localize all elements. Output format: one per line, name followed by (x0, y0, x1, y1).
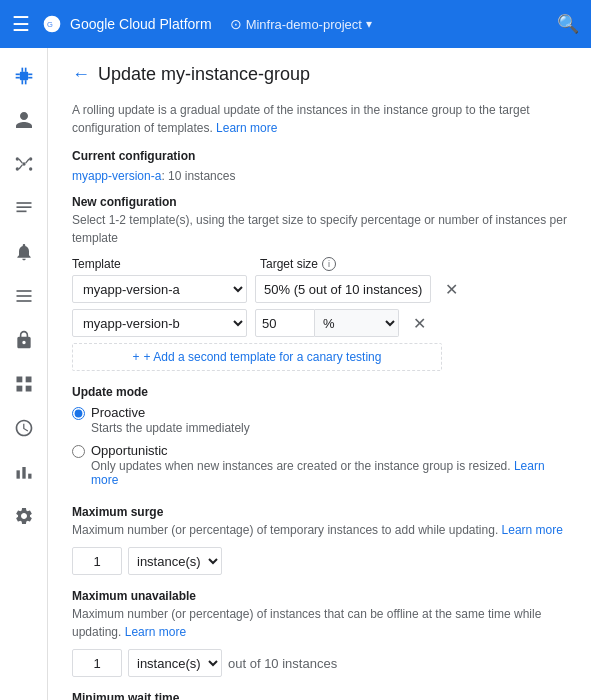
row2-target-input-group: % instances (255, 309, 399, 337)
top-nav: ☰ G Google Cloud Platform ⊙ Minfra-demo-… (0, 0, 591, 48)
main-content: ← Update my-instance-group A rolling upd… (48, 48, 591, 700)
project-selector[interactable]: ⊙ Minfra-demo-project ▾ (230, 16, 372, 32)
project-icon: ⊙ (230, 16, 242, 32)
search-icon: 🔍 (557, 14, 579, 34)
page-description: A rolling update is a gradual update of … (72, 101, 567, 137)
proactive-label[interactable]: Proactive (91, 405, 145, 420)
target-size-col-header: Target size i (260, 257, 336, 271)
remove-row1-button[interactable]: ✕ (443, 278, 460, 301)
svg-rect-28 (25, 386, 31, 392)
new-config-desc: Select 1-2 template(s), using the target… (72, 211, 567, 247)
opportunistic-radio[interactable] (72, 445, 85, 458)
svg-rect-9 (28, 74, 32, 76)
network-icon (14, 154, 34, 174)
row1-target-display: 50% (5 out of 10 instances) (255, 275, 431, 303)
template-row-1: myapp-version-a 50% (5 out of 10 instanc… (72, 275, 567, 303)
template-1-select[interactable]: myapp-version-a (72, 275, 247, 303)
sidebar-item-alerts[interactable] (4, 232, 44, 272)
search-button[interactable]: 🔍 (557, 13, 579, 35)
svg-point-13 (29, 157, 32, 160)
row2-target-number-input[interactable] (255, 309, 315, 337)
clock-icon (14, 418, 34, 438)
bell-icon (14, 242, 34, 262)
sidebar-item-grid[interactable] (4, 364, 44, 404)
min-wait-label: Minimum wait time (72, 691, 567, 700)
sidebar-item-lock[interactable] (4, 320, 44, 360)
svg-rect-27 (16, 386, 22, 392)
max-surge-input-row: instance(s)% (72, 547, 567, 575)
description-learn-more-link[interactable]: Learn more (216, 121, 277, 135)
template-col-header: Template (72, 257, 252, 271)
svg-point-11 (22, 162, 25, 165)
svg-rect-29 (16, 470, 19, 478)
target-size-info-icon[interactable]: i (322, 257, 336, 271)
max-surge-unit-select[interactable]: instance(s)% (128, 547, 222, 575)
max-surge-learn-more-link[interactable]: Learn more (502, 523, 563, 537)
update-mode-label: Update mode (72, 385, 567, 399)
svg-rect-20 (16, 206, 31, 208)
max-unavail-input[interactable] (72, 649, 122, 677)
sidebar-item-iam[interactable] (4, 100, 44, 140)
project-name: Minfra-demo-project (246, 17, 362, 32)
logo: G Google Cloud Platform (42, 14, 212, 34)
max-unavail-suffix: out of 10 instances (228, 656, 337, 671)
max-surge-section: Maximum surge Maximum number (or percent… (72, 505, 567, 575)
svg-rect-25 (16, 377, 22, 383)
proactive-desc: Starts the update immediately (91, 421, 250, 435)
page-title: Update my-instance-group (98, 64, 310, 85)
svg-rect-21 (16, 211, 26, 213)
template-2-select[interactable]: myapp-version-b (72, 309, 247, 337)
hamburger-menu-icon[interactable]: ☰ (12, 12, 30, 36)
min-wait-section: Minimum wait time Time to wait between c… (72, 691, 567, 700)
sidebar-item-overview[interactable] (4, 56, 44, 96)
new-config-label: New configuration (72, 195, 567, 209)
max-surge-desc: Maximum number (or percentage) of tempor… (72, 521, 567, 539)
update-mode-radio-group: Proactive Starts the update immediately … (72, 405, 567, 491)
list-icon (14, 198, 34, 218)
sidebar-item-settings[interactable] (4, 496, 44, 536)
max-surge-label: Maximum surge (72, 505, 567, 519)
proactive-radio[interactable] (72, 407, 85, 420)
project-dropdown-icon: ▾ (366, 17, 372, 31)
max-unavail-unit-select[interactable]: instance(s)% (128, 649, 222, 677)
remove-row2-button[interactable]: ✕ (411, 312, 428, 335)
person-icon (14, 110, 34, 130)
sidebar-item-menu[interactable] (4, 276, 44, 316)
page-header: ← Update my-instance-group (72, 64, 567, 85)
svg-rect-30 (22, 467, 25, 479)
row2-unit-select[interactable]: % instances (315, 309, 399, 337)
sidebar (0, 48, 48, 700)
sidebar-item-network[interactable] (4, 144, 44, 184)
add-template-icon: + (133, 350, 140, 364)
svg-rect-19 (16, 202, 31, 204)
max-unavail-learn-more-link[interactable]: Learn more (125, 625, 186, 639)
max-unavail-input-row: instance(s)% out of 10 instances (72, 649, 567, 677)
sidebar-item-logs[interactable] (4, 188, 44, 228)
menu-icon (14, 286, 34, 306)
sidebar-item-analytics[interactable] (4, 452, 44, 492)
grid-icon (14, 374, 34, 394)
max-unavail-desc: Maximum number (or percentage) of instan… (72, 605, 567, 641)
back-button[interactable]: ← (72, 64, 90, 85)
current-config-value: myapp-version-a: 10 instances (72, 169, 567, 183)
max-surge-input[interactable] (72, 547, 122, 575)
gcp-logo-icon: G (42, 14, 62, 34)
svg-rect-31 (28, 474, 31, 479)
svg-rect-6 (24, 80, 26, 84)
sidebar-item-clock[interactable] (4, 408, 44, 448)
add-template-button[interactable]: + + Add a second template for a canary t… (72, 343, 442, 371)
svg-rect-10 (28, 77, 32, 79)
opportunistic-label[interactable]: Opportunistic (91, 443, 168, 458)
gear-icon (14, 506, 34, 526)
template-row-2: myapp-version-b % instances ✕ (72, 309, 567, 337)
chip-icon (14, 66, 34, 86)
lock-icon (14, 330, 34, 350)
opportunistic-desc: Only updates when new instances are crea… (91, 459, 567, 487)
svg-line-18 (19, 165, 22, 169)
proactive-option: Proactive Starts the update immediately (72, 405, 567, 435)
svg-rect-4 (24, 68, 26, 72)
svg-line-17 (25, 159, 28, 163)
svg-line-16 (19, 159, 22, 163)
update-mode-section: Update mode Proactive Starts the update … (72, 385, 567, 491)
app-title: Google Cloud Platform (70, 16, 212, 32)
